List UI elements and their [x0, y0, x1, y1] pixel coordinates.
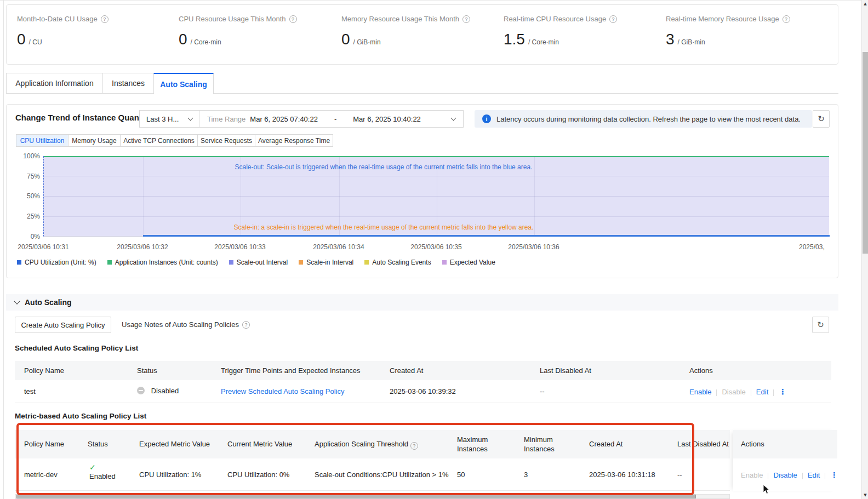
edit-action[interactable]: Edit — [808, 471, 820, 479]
tab-application-information[interactable]: Application Information — [6, 73, 103, 94]
column-header: Minimum Instances — [524, 435, 568, 454]
legend-item[interactable]: Auto Scaling Events — [364, 259, 431, 266]
metric-tab-label: Memory Usage — [72, 137, 116, 145]
chevron-down-icon — [14, 298, 20, 304]
expected-metric-cell: CPU Utilization: 1% — [139, 471, 201, 479]
legend-label: Scale-in Interval — [306, 259, 353, 266]
current-metric-cell: CPU Utilization: 0% — [227, 471, 289, 479]
legend-item[interactable]: Scale-in Interval — [299, 259, 353, 266]
tab-auto-scaling[interactable]: Auto Scaling — [153, 73, 214, 94]
x-tick: 2025/03/06 10:31 — [8, 243, 79, 252]
help-icon[interactable]: ? — [101, 15, 108, 23]
enable-action[interactable]: Enable — [741, 471, 763, 479]
min-instances-cell: 3 — [524, 471, 528, 479]
stat-value: 1.5 — [504, 31, 525, 48]
stat-label: Month-to-Date CU Usage — [17, 15, 98, 23]
page-left-border — [3, 0, 4, 499]
help-icon[interactable]: ? — [783, 15, 790, 23]
column-header: Created At — [589, 440, 623, 448]
legend-item[interactable]: Scale-out Interval — [229, 259, 288, 266]
scheduled-table-header: Policy Name Status Trigger Time Points a… — [15, 361, 831, 380]
legend-label: Expected Value — [450, 259, 495, 266]
stat-label: Real-time CPU Resource Usage — [504, 15, 606, 23]
vertical-scrollbar[interactable]: ▲ ▼ — [861, 0, 868, 499]
status-cell: Disabled — [137, 387, 179, 395]
divider — [825, 473, 825, 479]
section-title: Auto Scaling — [25, 298, 72, 307]
metric-tab-cpu-utilization[interactable]: CPU Utilization — [16, 134, 68, 147]
x-tick: 2025/03/06 10:32 — [107, 243, 178, 252]
time-range-separator: - — [334, 115, 336, 123]
stat-label: Real-time Memory Resource Usage — [666, 15, 779, 23]
refresh-policies-button[interactable]: ↻ — [812, 317, 829, 333]
disable-action[interactable]: Disable — [773, 471, 797, 479]
created-at-cell: 2025-03-06 10:31:18 — [589, 471, 655, 479]
metric-tab-service-requests[interactable]: Service Requests — [197, 134, 255, 147]
column-header: Application Scaling Threshold ? — [315, 440, 418, 450]
horizontal-scrollbar[interactable] — [15, 494, 730, 499]
column-header: Last Disabled At — [540, 366, 591, 375]
divider — [768, 473, 768, 479]
legend-swatch — [442, 260, 447, 265]
help-icon[interactable]: ? — [289, 15, 297, 23]
time-range-select[interactable]: Last 3 H... — [139, 110, 199, 128]
status-disabled-icon — [137, 387, 145, 394]
tabs-divider — [6, 93, 838, 94]
horizontal-scrollbar-thumb[interactable] — [16, 495, 696, 498]
console-page: Month-to-Date CU Usage? 0/ CU CPU Resour… — [0, 0, 868, 499]
tab-instances[interactable]: Instances — [102, 73, 154, 94]
info-icon: i — [482, 114, 491, 123]
auto-scaling-section-header[interactable]: Auto Scaling — [6, 294, 838, 311]
column-header: Policy Name — [24, 440, 64, 448]
metric-tab-active-tcp[interactable]: Active TCP Connections — [120, 134, 198, 147]
help-icon[interactable]: ? — [609, 15, 617, 23]
chevron-down-icon — [451, 115, 456, 121]
metric-tab-label: CPU Utilization — [20, 137, 65, 145]
time-range-start: Mar 6, 2025 07:40:22 — [250, 115, 318, 123]
scheduled-table-row[interactable]: test Disabled Preview Scheduled Auto Sca… — [15, 380, 831, 403]
column-header: Status — [88, 440, 108, 448]
legend-item[interactable]: Expected Value — [442, 259, 495, 266]
refresh-icon: ↻ — [818, 114, 825, 124]
metric-tab-memory-usage[interactable]: Memory Usage — [68, 134, 121, 147]
latency-notice: i Latency occurs during monitoring data … — [475, 110, 812, 128]
column-header: Trigger Time Points and Expected Instanc… — [221, 366, 361, 375]
trend-chart-plot[interactable]: Scale-out: Scale-out is triggered when t… — [43, 156, 829, 237]
column-header-label: Application Scaling Threshold — [315, 440, 408, 448]
legend-item[interactable]: CPU Utilization (Unit: %) — [17, 259, 96, 266]
scroll-up-icon[interactable]: ▲ — [862, 2, 868, 6]
status-text: Disabled — [151, 387, 179, 395]
refresh-chart-button[interactable]: ↻ — [813, 110, 830, 128]
divider — [773, 389, 774, 396]
chart-legend: CPU Utilization (Unit: %) Application In… — [17, 259, 495, 266]
more-actions-icon[interactable]: ⋮ — [830, 471, 838, 479]
vertical-scrollbar-thumb[interactable] — [863, 52, 868, 254]
create-auto-scaling-policy-button[interactable]: Create Auto Scaling Policy — [15, 317, 111, 333]
metric-tab-avg-response-time[interactable]: Average Response Time — [255, 134, 333, 147]
disable-action[interactable]: Disable — [722, 388, 745, 396]
actions-links: EnableDisableEdit⋮ — [741, 471, 838, 479]
usage-notes[interactable]: Usage Notes of Auto Scaling Policies ? — [122, 320, 250, 329]
metric-table-row[interactable]: metric-dev ✓ Enabled CPU Utilization: 1%… — [15, 458, 730, 491]
column-header: Actions — [689, 366, 713, 375]
panel-title: Change Trend of Instance Quantity — [15, 113, 151, 122]
status-cell: ✓ Enabled — [89, 463, 116, 480]
y-tick: 0% — [10, 232, 40, 241]
legend-item[interactable]: Application Instances (Unit: counts) — [107, 259, 218, 266]
scroll-down-icon[interactable]: ▼ — [862, 493, 868, 497]
preview-scheduled-policy-link[interactable]: Preview Scheduled Auto Scaling Policy — [221, 387, 344, 395]
time-range-picker[interactable]: Time Range Mar 6, 2025 07:40:22 - Mar 6,… — [199, 110, 464, 128]
help-icon[interactable]: ? — [462, 15, 470, 23]
legend-label: CPU Utilization (Unit: %) — [25, 259, 96, 266]
legend-swatch — [229, 260, 233, 265]
column-header: Maximum Instances — [457, 435, 501, 454]
column-header: Status — [137, 366, 157, 375]
stat-cu-usage: Month-to-Date CU Usage? 0/ CU — [17, 15, 108, 48]
help-icon[interactable]: ? — [242, 321, 250, 329]
help-icon[interactable]: ? — [410, 442, 418, 450]
edit-action[interactable]: Edit — [756, 388, 768, 396]
stat-realtime-memory: Real-time Memory Resource Usage? 3/ GiB·… — [666, 15, 790, 48]
more-actions-icon[interactable]: ⋮ — [779, 387, 786, 396]
status-enabled-icon: ✓ — [89, 463, 96, 472]
enable-action[interactable]: Enable — [689, 388, 711, 396]
